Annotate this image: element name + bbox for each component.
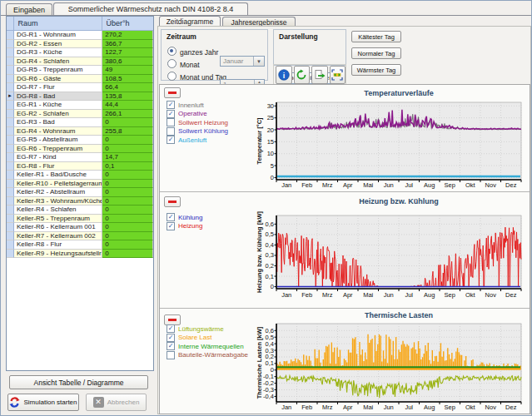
month-select[interactable]: Januar ▼	[220, 56, 265, 67]
room-name-cell[interactable]: EG-R5 - Abstellraum	[14, 136, 102, 145]
row-selector[interactable]	[7, 48, 14, 57]
room-name-cell[interactable]: Keller-R6 - Kellerraum 001	[14, 223, 102, 232]
room-name-cell[interactable]: EG-R7 - Kind	[14, 153, 102, 162]
overheat-hours-cell[interactable]: 135,8	[102, 92, 153, 102]
room-name-cell[interactable]: Keller-R9 - Heizungsaufstellraum	[14, 250, 102, 259]
table-row[interactable]: DG-R2 - Essen366,7	[7, 40, 153, 49]
heizung-kuehlung-chart[interactable]: 00,10,20,30,40,50,6JanFebMrzAprMaiJunJul…	[254, 192, 529, 307]
room-name-cell[interactable]: DG-R6 - Gäste	[14, 75, 102, 84]
room-name-cell[interactable]: EG-R1 - Küche	[14, 101, 102, 110]
table-row[interactable]: Keller-R2 - Abstellraum0	[7, 188, 153, 197]
table-row[interactable]: ►DG-R8 - Bad135,8	[7, 92, 153, 102]
checkbox[interactable]: ✓	[167, 213, 175, 221]
checkbox[interactable]: ✓	[167, 136, 175, 144]
table-row[interactable]: Keller-R7 - Kellerraum 0020	[7, 232, 153, 241]
overheat-hours-cell[interactable]: 366,7	[102, 40, 153, 49]
collapse-temperature-button[interactable]	[164, 87, 181, 98]
table-row[interactable]: Keller-R9 - Heizungsaufstellraum0	[7, 250, 153, 259]
warmest-day-button[interactable]: Wärmster Tag	[351, 64, 401, 76]
temperature-chart[interactable]: 051015202530JanFebMrzAprMaiJunJulAugSepO…	[254, 86, 529, 191]
overheat-hours-cell[interactable]: 0	[102, 136, 153, 145]
overheat-hours-cell[interactable]: 0	[102, 223, 153, 232]
table-row[interactable]: Keller-R3 - Wohnraum/Küche0	[7, 197, 153, 206]
row-selector[interactable]	[7, 206, 14, 215]
overheat-hours-cell[interactable]: 122,7	[102, 48, 153, 57]
room-name-cell[interactable]: EG-R4 - Wohnraum	[14, 127, 102, 136]
table-row[interactable]: EG-R3 - Bad0	[7, 118, 153, 127]
room-name-cell[interactable]: Keller-R7 - Kellerraum 002	[14, 232, 102, 241]
column-header-raum[interactable]: Raum	[14, 17, 102, 31]
overheat-hours-cell[interactable]: 0	[102, 250, 153, 259]
overheat-hours-cell[interactable]: 0	[102, 118, 153, 127]
table-row[interactable]: DG-R1 - Wohnraum270,2	[7, 31, 153, 40]
row-selector[interactable]: ►	[7, 92, 14, 102]
fit-scale-button[interactable]	[330, 66, 346, 84]
table-row[interactable]: Keller-R8 - Flur0	[7, 240, 153, 250]
table-row[interactable]: EG-R7 - Kind14,7	[7, 153, 153, 162]
table-row[interactable]: DG-R7 - Flur66,4	[7, 83, 153, 92]
room-name-cell[interactable]: Keller-R2 - Abstellraum	[14, 188, 102, 197]
row-selector[interactable]	[7, 66, 14, 75]
table-row[interactable]: DG-R5 - Treppenraum49	[7, 66, 153, 75]
row-selector[interactable]	[7, 188, 14, 197]
column-header-ueberh[interactable]: Über°h	[102, 17, 153, 31]
row-selector[interactable]	[7, 145, 14, 154]
checkbox[interactable]	[167, 127, 175, 136]
tab-sommerlicher-waermeschutz[interactable]: Sommerlicher Wärmeschutz nach DIN 4108-2…	[53, 2, 248, 15]
checkbox[interactable]: ✓	[167, 324, 175, 333]
tab-zeitdiagramme[interactable]: Zeitdiagramme	[159, 16, 221, 26]
room-name-cell[interactable]: EG-R8 - Flur	[14, 162, 102, 171]
radio-icon[interactable]	[167, 59, 177, 68]
collapse-heizung-button[interactable]	[164, 196, 181, 207]
room-name-cell[interactable]: DG-R7 - Flur	[14, 83, 102, 92]
cancel-button[interactable]: ✕ Abbrechen	[86, 394, 147, 411]
tab-jahresergebnisse[interactable]: Jahresergebnisse	[222, 17, 296, 26]
room-name-cell[interactable]: EG-R3 - Bad	[14, 118, 102, 127]
row-selector[interactable]	[7, 118, 14, 127]
coldest-day-button[interactable]: Kältester Tag	[351, 31, 401, 42]
table-row[interactable]: Keller-R6 - Kellerraum 0010	[7, 223, 153, 232]
row-selector[interactable]	[7, 153, 14, 162]
thermische-lasten-chart[interactable]: -0,4-0,3-0,2-0,100,10,20,30,40,50,6JanFe…	[254, 309, 529, 414]
export-button[interactable]	[311, 66, 328, 84]
table-row[interactable]: EG-R6 - Treppenraum0	[7, 145, 153, 154]
row-selector[interactable]	[7, 215, 14, 224]
overheat-hours-cell[interactable]: 0	[102, 188, 153, 197]
table-row[interactable]: Keller-R10 - Pelletslagerraum0	[7, 180, 153, 189]
checkbox[interactable]	[167, 351, 175, 359]
checkbox[interactable]: ✓	[167, 334, 175, 342]
row-selector[interactable]	[7, 232, 14, 241]
row-selector[interactable]	[7, 250, 14, 259]
row-selector[interactable]	[7, 197, 14, 206]
row-selector[interactable]	[7, 57, 14, 67]
info-button[interactable]: i	[276, 66, 292, 84]
room-name-cell[interactable]: DG-R1 - Wohnraum	[14, 31, 102, 40]
overheat-hours-cell[interactable]: 0	[102, 206, 153, 215]
table-row[interactable]: EG-R5 - Abstellraum0	[7, 136, 153, 145]
overheat-hours-cell[interactable]: 0	[102, 180, 153, 189]
room-name-cell[interactable]: EG-R2 - Schlafen	[14, 110, 102, 119]
overheat-hours-cell[interactable]: 255,8	[102, 127, 153, 136]
view-table-diagrams-button[interactable]: Ansicht Tabelle / Diagramme	[9, 375, 148, 389]
room-name-cell[interactable]: Keller-R10 - Pelletslagerraum	[14, 180, 102, 189]
room-name-cell[interactable]: Keller-R8 - Flur	[14, 240, 102, 250]
radio-icon[interactable]	[167, 47, 177, 56]
row-selector[interactable]	[7, 83, 14, 92]
normal-day-button[interactable]: Normaler Tag	[351, 47, 401, 59]
overheat-hours-cell[interactable]: 0	[102, 240, 153, 250]
row-selector[interactable]	[7, 101, 14, 110]
checkbox[interactable]: ✓	[167, 222, 175, 230]
month-select-chevron-down-icon[interactable]: ▼	[253, 57, 264, 66]
row-selector[interactable]	[7, 31, 14, 40]
room-name-cell[interactable]: Keller-R3 - Wohnraum/Küche	[14, 197, 102, 206]
row-selector[interactable]	[7, 162, 14, 171]
checkbox[interactable]	[167, 118, 175, 126]
tab-eingaben[interactable]: Eingaben	[6, 3, 52, 15]
row-selector[interactable]	[7, 127, 14, 136]
refresh-button[interactable]	[294, 66, 311, 84]
room-name-cell[interactable]: Keller-R5 - Treppenraum	[14, 215, 102, 224]
row-selector[interactable]	[7, 110, 14, 119]
table-row[interactable]: DG-R6 - Gäste108,5	[7, 75, 153, 84]
row-selector[interactable]	[7, 240, 14, 250]
table-row[interactable]: EG-R2 - Schlafen266,1	[7, 110, 153, 119]
